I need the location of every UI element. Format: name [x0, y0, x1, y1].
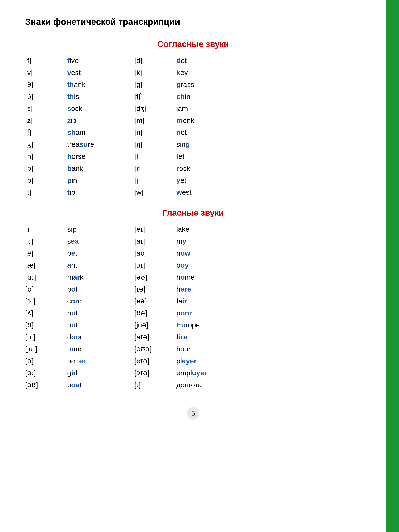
vowels-table: [ɪ]sip[eɪ]lake[iː]sea[aɪ]my[e]pet[aʊ]now… — [25, 224, 361, 390]
table-row: [uː]doom[aɪə]fire — [25, 332, 361, 342]
example-word: долгота — [176, 380, 244, 390]
example-word: monk — [176, 115, 244, 126]
example-word: cord — [67, 296, 134, 306]
page-number: 5 — [187, 407, 200, 420]
example-word: sing — [176, 139, 244, 150]
example-word: bank — [67, 163, 134, 174]
phonetic-symbol: [aʊ] — [134, 248, 176, 259]
phonetic-symbol: [r] — [134, 163, 176, 174]
example-word: home — [176, 272, 244, 283]
vowels-section: Гласные звуки [ɪ]sip[eɪ]lake[iː]sea[aɪ]m… — [25, 208, 361, 390]
example-word: now — [176, 248, 244, 259]
example-word: pet — [67, 248, 134, 259]
phonetic-symbol: [g] — [134, 79, 176, 90]
phonetic-symbol: [h] — [25, 151, 67, 162]
phonetic-symbol: [n] — [134, 127, 176, 138]
phonetic-symbol: [ɔː] — [25, 296, 67, 306]
phonetic-symbol: [s] — [25, 103, 67, 114]
phonetic-symbol: [b] — [25, 163, 67, 174]
example-word: grass — [176, 79, 244, 90]
phonetic-symbol: [ɪə] — [134, 284, 176, 294]
example-word: pin — [67, 175, 134, 186]
table-row: [əː]girl[ɔɪə]employer — [25, 367, 361, 378]
example-word: ant — [67, 260, 134, 271]
example-word: tip — [67, 187, 134, 198]
table-row: [f]five[d]dot — [25, 55, 361, 66]
phonetic-symbol: [əː] — [25, 367, 67, 378]
phonetic-symbol: [p] — [25, 175, 67, 186]
phonetic-symbol: [ʃ] — [25, 127, 67, 138]
example-word: better — [67, 355, 134, 366]
phonetic-symbol: [ʒ] — [25, 139, 67, 150]
table-row: [θ]thank[g]grass — [25, 79, 361, 90]
table-row: [p]pin[j]yet — [25, 175, 361, 186]
table-row: [ɒ]pot[ɪə]here — [25, 284, 361, 294]
example-word: thank — [67, 79, 134, 90]
example-word: boy — [176, 260, 244, 271]
example-word: mark — [67, 272, 134, 283]
table-row: [æ]ant[ɔɪ]boy — [25, 260, 361, 271]
phonetic-symbol: [ʌ] — [25, 308, 67, 318]
phonetic-symbol: [əʊə] — [134, 344, 176, 354]
example-word: Europe — [176, 320, 244, 330]
consonants-title: Согласные звуки — [25, 39, 361, 49]
phonetic-symbol: [əʊ] — [134, 272, 176, 283]
example-word: fair — [176, 296, 244, 306]
phonetic-symbol: [v] — [25, 67, 67, 78]
example-word: here — [176, 284, 244, 294]
table-row: [iː]sea[aɪ]my — [25, 236, 361, 247]
phonetic-symbol: [e] — [25, 248, 67, 259]
phonetic-symbol: [ː] — [134, 380, 176, 390]
table-row: [z]zip[m]monk — [25, 115, 361, 126]
example-word: vest — [67, 67, 134, 78]
example-word: zip — [67, 115, 134, 126]
phonetic-symbol: [eɪ] — [134, 224, 176, 234]
table-row: [ɔː]cord[eə]fair — [25, 296, 361, 306]
phonetic-symbol: [ɑː] — [25, 272, 67, 283]
example-word: yet — [176, 175, 244, 186]
phonetic-symbol: [tʃ] — [134, 91, 176, 102]
example-word: put — [67, 320, 134, 330]
phonetic-symbol: [eə] — [134, 296, 176, 306]
table-row: [b]bank[r]rock — [25, 163, 361, 174]
phonetic-symbol: [əʊ] — [25, 380, 67, 390]
table-row: [ʃ]sham[n]not — [25, 127, 361, 138]
green-sidebar — [386, 0, 399, 532]
phonetic-symbol: [uː] — [25, 332, 67, 342]
phonetic-symbol: [l] — [134, 151, 176, 162]
table-row: [ɪ]sip[eɪ]lake — [25, 224, 361, 234]
phonetic-symbol: [iː] — [25, 236, 67, 247]
example-word: this — [67, 91, 134, 102]
example-word: tune — [67, 344, 134, 354]
phonetic-symbol: [d] — [134, 55, 176, 66]
phonetic-symbol: [aɪə] — [134, 332, 176, 342]
table-row: [juː]tune[əʊə]hour — [25, 344, 361, 354]
phonetic-symbol: [t] — [25, 187, 67, 198]
phonetic-symbol: [aɪ] — [134, 236, 176, 247]
phonetic-symbol: [z] — [25, 115, 67, 126]
example-word: pot — [67, 284, 134, 294]
table-row: [t]tip[w]west — [25, 187, 361, 198]
table-row: [s]sock[dʒ]jam — [25, 103, 361, 114]
example-word: doom — [67, 332, 134, 342]
example-word: let — [176, 151, 244, 162]
example-word: girl — [67, 367, 134, 378]
table-row: [ɑː]mark[əʊ]home — [25, 272, 361, 283]
table-row: [ʒ]treasure[ŋ]sing — [25, 139, 361, 150]
example-word: west — [176, 187, 244, 198]
phonetic-symbol: [θ] — [25, 79, 67, 90]
phonetic-symbol: [m] — [134, 115, 176, 126]
table-row: [ʌ]nut[ʊə]poor — [25, 308, 361, 318]
page-title: Знаки фонетической транскрипции — [25, 17, 361, 27]
phonetic-symbol: [ʊə] — [134, 308, 176, 318]
example-word: nut — [67, 308, 134, 318]
example-word: sham — [67, 127, 134, 138]
phonetic-symbol: [f] — [25, 55, 67, 66]
phonetic-symbol: [k] — [134, 67, 176, 78]
example-word: horse — [67, 151, 134, 162]
table-row: [h]horse[l]let — [25, 151, 361, 162]
example-word: treasure — [67, 139, 134, 150]
phonetic-symbol: [juə] — [134, 320, 176, 330]
example-word: lake — [176, 224, 244, 234]
phonetic-symbol: [ŋ] — [134, 139, 176, 150]
